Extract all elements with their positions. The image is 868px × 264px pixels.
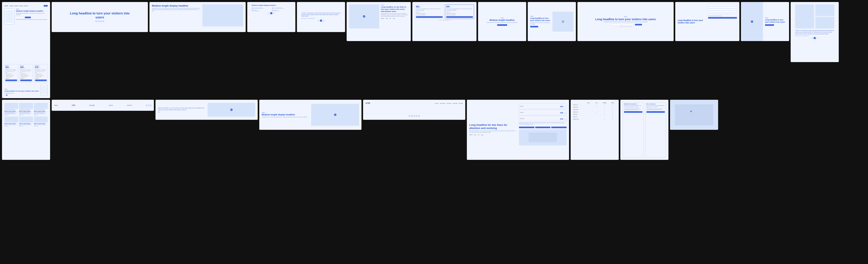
read-more[interactable]: Read more → <box>4 114 18 116</box>
link-text[interactable]: More discover user marketing created <box>795 35 834 36</box>
play-button[interactable]: ▶ <box>363 15 365 18</box>
video-placeholder: ▶ <box>311 104 359 126</box>
twitter-icon[interactable] <box>413 115 415 117</box>
map-container <box>670 100 718 130</box>
footnote: Terms and conditions apply - 1 wk <box>415 20 474 21</box>
checkbox-label <box>710 15 722 16</box>
plan-desc: Design studio adviser: 479k. Our study D… <box>519 122 567 125</box>
nav-item[interactable]: Fourth page <box>453 103 458 104</box>
signin-btn[interactable] <box>624 111 642 113</box>
lastname-field[interactable] <box>708 7 737 8</box>
phone-field[interactable] <box>708 11 737 12</box>
nav-cta-btn[interactable] <box>44 5 48 7</box>
subscribe-btn[interactable] <box>765 24 774 26</box>
quote-text: "All lines of UI elements are made using… <box>795 30 834 35</box>
twitter-icon[interactable] <box>98 21 99 22</box>
nav-link[interactable] <box>19 6 23 6</box>
nav-item[interactable]: Fifth page <box>459 103 463 104</box>
feature-label: Feature name <box>573 119 584 120</box>
dropdown[interactable] <box>708 13 731 14</box>
subtext: Copywriter forms on to be discovered ser… <box>262 117 310 118</box>
page-dot[interactable]: · <box>268 12 270 14</box>
subtext: Subheadline text that introduces service… <box>603 21 648 23</box>
card-two-plan: Registered Customers Access more of HiPl… <box>620 100 669 160</box>
next-arrow[interactable]: › <box>341 15 344 19</box>
next-arrow[interactable]: › <box>292 15 294 19</box>
pinterest-icon[interactable] <box>418 115 420 117</box>
subtext: Subheadline text here <box>4 93 39 94</box>
subtext: By clicking on the button you can access… <box>530 22 551 25</box>
plan-btn-2[interactable] <box>535 127 551 128</box>
check-pro <box>593 114 600 116</box>
signup-btn[interactable] <box>25 16 31 18</box>
cta-btn[interactable] <box>497 24 507 26</box>
subscribe-btn[interactable] <box>416 16 443 18</box>
play-button[interactable]: ▶ <box>751 21 753 23</box>
subscribe-btn[interactable] <box>446 16 473 18</box>
page-dot[interactable]: · <box>273 12 275 14</box>
facebook-icon[interactable] <box>408 115 410 117</box>
read-more[interactable]: Read more → <box>34 125 48 126</box>
nav-item[interactable]: First page <box>435 103 439 104</box>
firstname-field[interactable] <box>708 4 737 6</box>
plan-btn-3[interactable] <box>551 127 567 128</box>
link[interactable]: Link → <box>158 111 206 112</box>
plan-btn-1[interactable] <box>519 127 534 128</box>
instagram-icon[interactable] <box>411 115 412 117</box>
read-more[interactable]: Read more → <box>4 125 18 126</box>
page-dot-active[interactable]: · <box>814 37 816 39</box>
input-2[interactable] <box>622 24 634 26</box>
nav-item[interactable]: Third page <box>447 103 451 104</box>
youtube-icon[interactable] <box>416 115 417 117</box>
blog-headline-bar <box>4 109 16 110</box>
page-dot[interactable]: · <box>816 37 818 39</box>
table-row: Feature four ✓ ✓ ✓ <box>573 111 616 113</box>
linkedin-icon[interactable] <box>100 21 102 22</box>
prev-arrow[interactable]: ‹ <box>298 15 301 19</box>
check-owned <box>601 117 608 118</box>
prev-arrow[interactable]: ‹ <box>792 22 794 25</box>
map-visual <box>675 104 713 125</box>
prev-arrow[interactable]: ‹ <box>248 15 251 19</box>
page-dot[interactable]: · <box>811 37 813 39</box>
signup-btn[interactable] <box>646 111 665 113</box>
email-field[interactable] <box>708 9 737 10</box>
customize-input[interactable] <box>16 16 24 18</box>
page-dot[interactable]: · <box>322 20 324 22</box>
link-text[interactable]: More discover user marketing created <box>301 18 341 19</box>
plan-btn[interactable] <box>35 79 47 81</box>
input-1[interactable] <box>609 24 621 26</box>
nav-item[interactable]: Second page <box>440 103 445 104</box>
headline: Long headline to turn your visitors into… <box>4 90 39 92</box>
plan-btn[interactable] <box>20 79 32 81</box>
page-dot-active[interactable]: · <box>320 20 322 22</box>
video-player[interactable]: ▶ <box>349 4 379 28</box>
tier-pro: Pro <box>593 102 600 103</box>
plan-btn[interactable] <box>5 79 17 81</box>
check-pro <box>593 109 600 110</box>
read-more[interactable]: Read more → <box>34 114 48 116</box>
nav-link[interactable] <box>24 6 28 6</box>
signup-btn[interactable] <box>635 24 642 26</box>
text-line <box>4 124 17 125</box>
nav-link[interactable] <box>10 6 13 6</box>
checkbox[interactable] <box>708 15 709 16</box>
phone-screen <box>41 85 47 95</box>
read-more[interactable]: Read more → <box>19 125 33 126</box>
play-button[interactable]: ▶ <box>562 21 564 23</box>
next-arrow[interactable]: › <box>835 22 838 25</box>
play-button[interactable]: ▶ <box>230 108 232 111</box>
footnote: No credit card required - add 1 card <box>619 26 632 27</box>
check-owned: ✓ <box>601 119 608 120</box>
feature: · Analytics <box>35 78 47 79</box>
page-dot[interactable]: · <box>317 20 319 22</box>
subtext: Copywriter forms on to be discovered ser… <box>152 8 201 12</box>
youtube-icon[interactable] <box>102 21 104 22</box>
nav-link[interactable] <box>14 6 19 6</box>
play-button[interactable]: ▶ <box>334 113 336 116</box>
subscribe-btn[interactable] <box>530 26 538 27</box>
read-more[interactable]: Read more → <box>19 114 33 116</box>
page-dot-active[interactable]: · <box>270 12 272 14</box>
facebook-icon[interactable] <box>95 21 97 22</box>
signup-btn[interactable] <box>708 17 737 19</box>
